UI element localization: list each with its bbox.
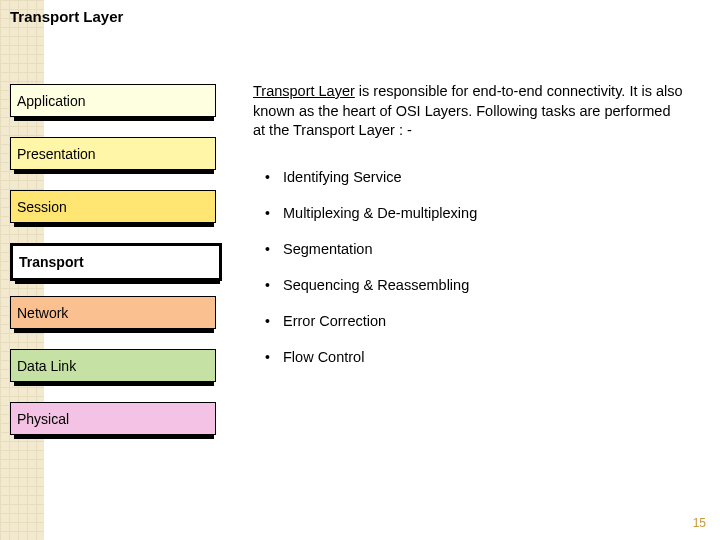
layer-label: Data Link xyxy=(17,358,76,374)
intro-underlined: Transport Layer xyxy=(253,83,355,99)
layer-presentation: Presentation xyxy=(10,137,210,170)
list-item: Flow Control xyxy=(253,349,683,365)
list-item: Multiplexing & De-multiplexing xyxy=(253,205,683,221)
layer-transport: Transport xyxy=(10,243,210,276)
layer-label: Presentation xyxy=(17,146,96,162)
layer-session: Session xyxy=(10,190,210,223)
list-item: Error Correction xyxy=(253,313,683,329)
layer-label: Network xyxy=(17,305,68,321)
layer-label: Physical xyxy=(17,411,69,427)
layer-label: Application xyxy=(17,93,86,109)
list-item: Identifying Service xyxy=(253,169,683,185)
list-item: Sequencing & Reassembling xyxy=(253,277,683,293)
slide-title: Transport Layer xyxy=(10,8,123,25)
layer-label: Session xyxy=(17,199,67,215)
layer-data-link: Data Link xyxy=(10,349,210,382)
tasks-list: Identifying Service Multiplexing & De-mu… xyxy=(253,169,683,365)
list-item: Segmentation xyxy=(253,241,683,257)
content-area: Transport Layer is responsible for end-t… xyxy=(253,82,683,385)
layer-physical: Physical xyxy=(10,402,210,435)
layer-application: Application xyxy=(10,84,210,117)
layer-label: Transport xyxy=(19,254,84,270)
intro-paragraph: Transport Layer is responsible for end-t… xyxy=(253,82,683,141)
osi-layers-stack: Application Presentation Session Transpo… xyxy=(10,84,220,455)
layer-network: Network xyxy=(10,296,210,329)
page-number: 15 xyxy=(693,516,706,530)
